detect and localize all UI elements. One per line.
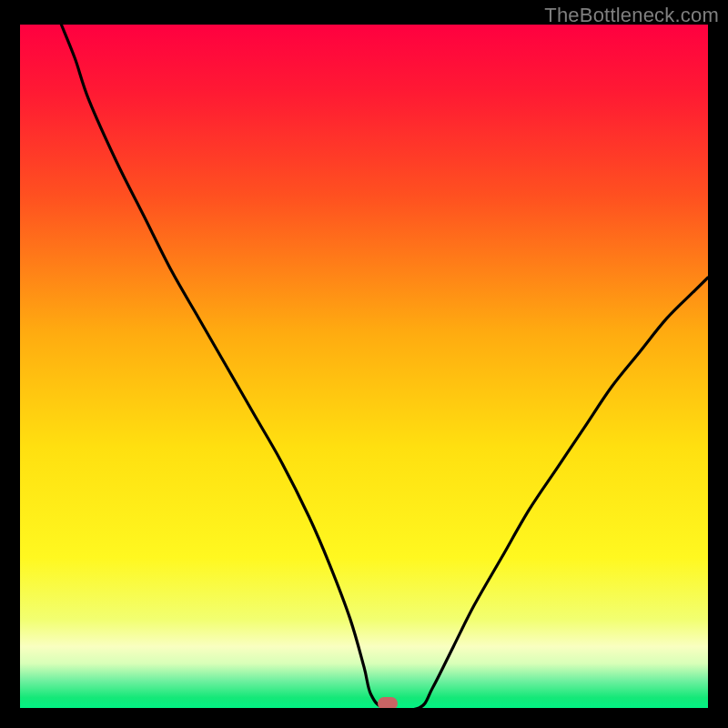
plot-area xyxy=(20,25,708,708)
chart-frame: TheBottleneck.com xyxy=(0,0,728,728)
bottleneck-curve xyxy=(20,25,708,708)
vertex-marker xyxy=(378,697,398,708)
watermark-text: TheBottleneck.com xyxy=(544,4,719,27)
